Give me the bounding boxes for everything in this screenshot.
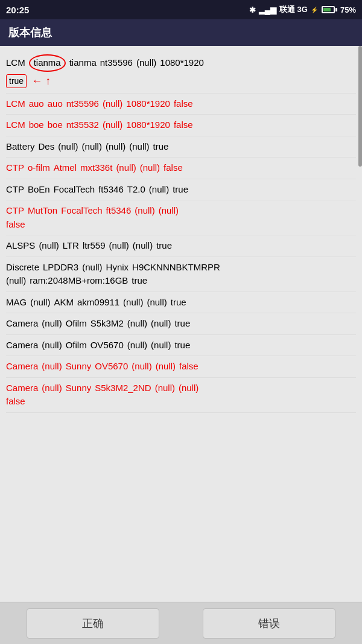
entry-alsps: ALSPS (null) LTR ltr559 (null) (null) tr… xyxy=(6,235,356,257)
battery-fill xyxy=(323,8,331,11)
entry-camera-s5k3m2-2nd: Camera (null) Sunny S5k3M2_2ND (null) (n… xyxy=(6,378,356,413)
entry-line-camera-ov5670-sunny: Camera (null) Sunny OV5670 (null) (null)… xyxy=(6,360,356,374)
battery-body xyxy=(322,6,335,13)
charging-icon: ⚡ xyxy=(311,7,318,13)
battery-indicator xyxy=(322,6,337,13)
entry-line-lcm-tianma: LCM tianma tianma nt35596 (null) 1080*19… xyxy=(6,54,356,72)
entry-line-camera-s5k3m2-2nd-1: Camera (null) Sunny S5k3M2_2ND (null) (n… xyxy=(6,381,356,395)
nt35596: nt35596 xyxy=(100,56,133,70)
arrows-annotation: ← ↑ xyxy=(31,73,51,89)
entry-line-battery: Battery Des (null) (null) (null) (null) … xyxy=(6,140,356,154)
tianma2: tianma xyxy=(69,56,97,70)
entry-lcm-boe: LCM boe boe nt35532 (null) 1080*1920 fal… xyxy=(6,115,356,136)
time-display: 20:25 xyxy=(6,5,29,15)
main-content: LCM tianma tianma nt35596 (null) 1080*19… xyxy=(0,46,362,613)
entry-line-alsps: ALSPS (null) LTR ltr559 (null) (null) tr… xyxy=(6,239,356,253)
page-title: 版本信息 xyxy=(8,27,52,39)
battery-percent: 75% xyxy=(340,5,356,14)
entry-line-discrete-2: (null) ram:2048MB+rom:16GB true xyxy=(6,274,356,288)
entry-camera-ov5670-sunny: Camera (null) Sunny OV5670 (null) (null)… xyxy=(6,356,356,378)
entry-lcm-tianma: LCM tianma tianma nt35596 (null) 1080*19… xyxy=(6,51,356,94)
entry-camera-ov5670-ofilm: Camera (null) Ofilm OV5670 (null) (null)… xyxy=(6,335,356,357)
entry-line-ctp-boen: CTP BoEn FocalTech ft5346 T2.0 (null) tr… xyxy=(6,183,356,197)
true-badge: true xyxy=(6,74,27,88)
tianma-circle: tianma xyxy=(29,54,66,72)
title-bar: 版本信息 xyxy=(0,19,362,46)
entry-discrete: Discrete LPDDR3 (null) Hynix H9CKNNNBKTM… xyxy=(6,257,356,292)
tianma-annotated: tianma xyxy=(29,54,66,72)
bottom-bar: 正确 错误 xyxy=(0,602,362,644)
bluetooth-icon: ✱ xyxy=(249,5,256,14)
entry-line-lcm-auo: LCM auo auo nt35596 (null) 1080*1920 fal… xyxy=(6,97,356,111)
cancel-button[interactable]: 错误 xyxy=(203,608,335,639)
signal-icon: ▂▄▆ xyxy=(259,5,276,14)
null1: (null) xyxy=(136,56,156,70)
entry-line-ctp-mutton-2: false xyxy=(6,218,356,232)
entry-line-ctp-mutton-1: CTP MutTon FocalTech ft5346 (null) (null… xyxy=(6,204,356,218)
entry-lcm-auo: LCM auo auo nt35596 (null) 1080*1920 fal… xyxy=(6,94,356,115)
entry-line-camera-s5k3m2-2nd-2: false xyxy=(6,395,356,409)
entry-line-discrete-1: Discrete LPDDR3 (null) Hynix H9CKNNNBKTM… xyxy=(6,261,356,275)
entry-camera-s5k3m2: Camera (null) Ofilm S5k3M2 (null) (null)… xyxy=(6,313,356,335)
resolution1: 1080*1920 xyxy=(160,56,204,70)
lcm-label: LCM xyxy=(6,56,25,70)
entry-line-ctp-ofilm: CTP o-film Atmel mxt336t (null) (null) f… xyxy=(6,161,356,175)
entry-line-camera-s5k3m2: Camera (null) Ofilm S5k3M2 (null) (null)… xyxy=(6,317,356,331)
confirm-button[interactable]: 正确 xyxy=(27,608,159,639)
entry-ctp-boen: CTP BoEn FocalTech ft5346 T2.0 (null) tr… xyxy=(6,179,356,201)
entry-ctp-ofilm: CTP o-film Atmel mxt336t (null) (null) f… xyxy=(6,158,356,179)
entry-line-camera-ov5670-ofilm: Camera (null) Ofilm OV5670 (null) (null)… xyxy=(6,339,356,352)
entry-line-mag: MAG (null) AKM akm09911 (null) (null) tr… xyxy=(6,296,356,310)
entry-battery: Battery Des (null) (null) (null) (null) … xyxy=(6,136,356,158)
entry-line-lcm-boe: LCM boe boe nt35532 (null) 1080*1920 fal… xyxy=(6,118,356,132)
status-bar: 20:25 ✱ ▂▄▆ 联通 3G ⚡ 75% xyxy=(0,0,362,19)
carrier-text: 联通 3G xyxy=(279,4,308,15)
entry-mag: MAG (null) AKM akm09911 (null) (null) tr… xyxy=(6,292,356,314)
status-right: ✱ ▂▄▆ 联通 3G ⚡ 75% xyxy=(249,4,356,15)
battery-tip xyxy=(335,8,337,11)
entry-ctp-mutton: CTP MutTon FocalTech ft5346 (null) (null… xyxy=(6,200,356,235)
scroll-indicator xyxy=(358,46,362,167)
